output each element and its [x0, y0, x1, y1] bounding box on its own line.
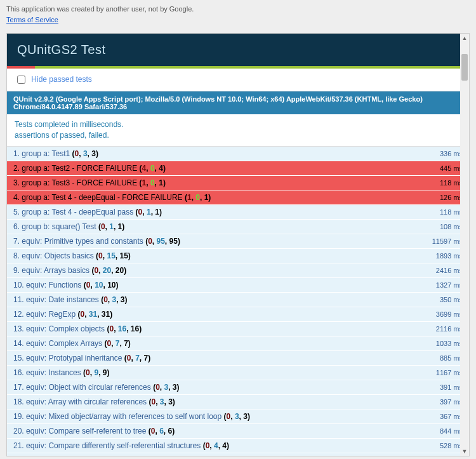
test-row[interactable]: 22. equiv: Compare structures with multi…: [7, 453, 469, 456]
test-duration: 367 ms: [440, 413, 463, 420]
test-row[interactable]: 13. equiv: Complex objects (0, 16, 16)21…: [7, 322, 469, 336]
test-module: group b:: [22, 222, 50, 231]
test-number: 22.: [13, 456, 26, 456]
test-module: group a:: [22, 149, 50, 158]
test-row[interactable]: 4. group a: Test 4 - deepEqual - FORCE F…: [7, 190, 469, 205]
hide-passed-checkbox[interactable]: [17, 76, 25, 84]
test-name: Primitive types and constants: [44, 237, 143, 246]
test-row[interactable]: 15. equiv: Prototypal inheritance (0, 7,…: [7, 351, 469, 366]
test-module: equiv:: [26, 295, 46, 304]
test-title: 4. group a: Test 4 - deepEqual - FORCE F…: [13, 193, 435, 202]
test-module: group a:: [22, 208, 50, 216]
test-row[interactable]: 17. equiv: Object with circular referenc…: [7, 380, 469, 395]
test-title: 6. group b: square() Test (0, 1, 1): [13, 222, 435, 231]
test-duration: 1893 ms: [436, 252, 463, 260]
test-module: equiv:: [22, 266, 42, 275]
test-number: 10.: [13, 281, 26, 289]
test-number: 8.: [13, 251, 22, 260]
test-number: 13.: [13, 324, 26, 333]
toolbar: Hide passed tests: [7, 69, 469, 91]
test-name: Test1: [52, 149, 70, 158]
test-number: 17.: [13, 383, 26, 392]
test-number: 15.: [13, 354, 26, 363]
test-row[interactable]: 18. equiv: Array with circular reference…: [7, 395, 469, 409]
test-row[interactable]: 7. equiv: Primitive types and constants …: [7, 234, 469, 249]
test-row[interactable]: 6. group b: square() Test (0, 1, 1)108 m…: [7, 220, 469, 234]
test-module: equiv:: [26, 441, 46, 450]
test-row[interactable]: 16. equiv: Instances (0, 9, 9)1167 ms: [7, 366, 469, 380]
test-name: RegExp: [48, 310, 76, 319]
test-title: 15. equiv: Prototypal inheritance (0, 7,…: [13, 354, 435, 363]
test-duration: 336 ms: [440, 150, 463, 157]
test-counts: (0, 6, 6): [149, 427, 175, 436]
test-counts: (0, 7, 7): [124, 354, 150, 363]
test-counts: (0, 16, 16): [107, 324, 142, 333]
test-title: 13. equiv: Complex objects (0, 16, 16): [13, 324, 431, 333]
test-duration: 1033 ms: [436, 340, 463, 347]
test-row[interactable]: 10. equiv: Functions (0, 10, 10)1327 ms: [7, 278, 469, 293]
test-name: Prototypal inheritance: [48, 354, 122, 363]
test-number: 7.: [13, 237, 22, 246]
test-row[interactable]: 11. equiv: Date instances (0, 3, 3)350 m…: [7, 293, 469, 307]
test-row[interactable]: 8. equiv: Objects basics (0, 15, 15)1893…: [7, 249, 469, 263]
test-duration: 1167 ms: [436, 369, 463, 376]
test-row[interactable]: 12. equiv: RegExp (0, 31, 31)3699 ms: [7, 307, 469, 322]
test-number: 5.: [13, 208, 22, 216]
test-duration: 844 ms: [440, 427, 463, 435]
summary-line-2: assertions of passed, failed.: [15, 130, 461, 141]
test-name: Test 4 - deepEqual - FORCE FAILURE: [52, 193, 183, 202]
test-counts: (0, 31, 31): [77, 310, 112, 319]
test-list: 1. group a: Test1 (0, 3, 3)336 ms2. grou…: [7, 147, 469, 456]
test-name: Complex Arrays: [48, 339, 102, 348]
test-counts: (0, 95, 95): [145, 237, 180, 246]
test-title: 8. equiv: Objects basics (0, 15, 15): [13, 251, 431, 260]
test-row[interactable]: 20. equiv: Compare self-referent to tree…: [7, 424, 469, 439]
page-title: QUnitGS2 Test: [7, 34, 469, 66]
test-counts: (0, 4, 4): [203, 441, 229, 450]
test-title: 17. equiv: Object with circular referenc…: [13, 383, 435, 392]
test-number: 2.: [13, 164, 22, 173]
test-counts: (0, 10, 10): [84, 281, 119, 289]
test-duration: 118 ms: [440, 179, 463, 187]
test-title: 21. equiv: Compare differently self-refe…: [13, 441, 435, 450]
test-number: 19.: [13, 412, 26, 421]
test-number: 20.: [13, 427, 26, 436]
test-row[interactable]: 3. group a: Test3 - FORCE FAILURE (1, 0,…: [7, 176, 469, 190]
test-name: Test 4 - deepEqual pass: [52, 208, 134, 216]
test-module: equiv:: [26, 354, 46, 363]
test-number: 21.: [13, 441, 26, 450]
test-counts: (0, 1, 1): [98, 222, 124, 231]
test-title: 7. equiv: Primitive types and constants …: [13, 237, 427, 246]
test-row[interactable]: 1. group a: Test1 (0, 3, 3)336 ms: [7, 147, 469, 161]
test-module: equiv:: [26, 456, 46, 456]
test-row[interactable]: 14. equiv: Complex Arrays (0, 7, 7)1033 …: [7, 336, 469, 351]
test-name: Instances: [48, 368, 81, 377]
test-row[interactable]: 9. equiv: Arrays basics (0, 20, 20)2416 …: [7, 263, 469, 278]
test-title: 16. equiv: Instances (0, 9, 9): [13, 368, 431, 377]
test-name: Mixed object/array with references to se…: [48, 412, 221, 421]
test-title: 2. group a: Test2 - FORCE FAILURE (4, 0,…: [13, 164, 435, 173]
test-title: 9. equiv: Arrays basics (0, 20, 20): [13, 266, 431, 275]
hide-passed-label[interactable]: Hide passed tests: [15, 75, 92, 84]
test-title: 12. equiv: RegExp (0, 31, 31): [13, 310, 431, 319]
test-row[interactable]: 19. equiv: Mixed object/array with refer…: [7, 409, 469, 424]
scroll-thumb[interactable]: [461, 54, 468, 81]
disclaimer-text: This application was created by another …: [0, 0, 476, 15]
scrollbar[interactable]: ▲ ▼: [460, 34, 469, 456]
test-counts: (1, 0, 1): [140, 178, 166, 187]
scroll-down-icon[interactable]: ▼: [460, 447, 469, 456]
test-module: equiv:: [26, 383, 46, 392]
test-name: Test2 - FORCE FAILURE: [52, 164, 138, 173]
test-row[interactable]: 5. group a: Test 4 - deepEqual pass (0, …: [7, 205, 469, 220]
test-number: 4.: [13, 193, 22, 202]
test-module: equiv:: [22, 251, 42, 260]
test-row[interactable]: 2. group a: Test2 - FORCE FAILURE (4, 0,…: [7, 161, 469, 176]
test-title: 5. group a: Test 4 - deepEqual pass (0, …: [13, 208, 435, 216]
scroll-up-icon[interactable]: ▲: [460, 34, 469, 43]
test-row[interactable]: 21. equiv: Compare differently self-refe…: [7, 439, 469, 453]
test-counts: (0, 7, 7): [104, 339, 130, 348]
test-counts: (0, 3, 3): [153, 383, 179, 392]
tos-link[interactable]: Terms of Service: [6, 16, 58, 23]
test-duration: 2116 ms: [436, 325, 463, 333]
test-module: equiv:: [26, 412, 46, 421]
